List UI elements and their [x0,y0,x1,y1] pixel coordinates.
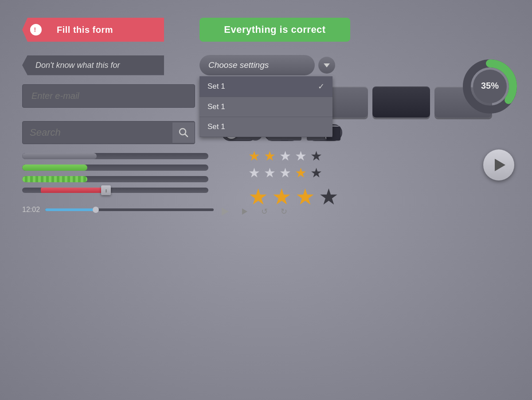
star-1-4[interactable]: ★ [295,149,307,163]
play-icon-sm [242,208,247,215]
stars-row-1: ★ ★ ★ ★ ★ [248,149,519,163]
donut-percent-label: 35% [481,81,499,90]
search-icon [179,128,188,137]
star-2-2[interactable]: ★ [264,166,276,180]
star-2-3[interactable]: ★ [279,166,291,180]
stars-area: ★ ★ ★ ★ ★ ★ ★ ★ ★ ★ ★ ★ ★ ★ [248,149,519,208]
dropdown-item-label-2: Set 1 [207,122,225,131]
dropdown-item-2[interactable]: Set 1 [200,117,332,137]
dropdown-item-1[interactable]: Set 1 [200,97,332,117]
play-icon [222,208,229,216]
star-1-3[interactable]: ★ [279,149,291,163]
star-1-5[interactable]: ★ [310,149,322,163]
star-2-4[interactable]: ★ [295,166,307,180]
dropdown-item-label-1: Set 1 [207,102,225,111]
video-time: 12:02 [22,206,40,214]
donut-chart: 35% [461,58,519,117]
sq-button-3[interactable] [372,86,430,118]
slider-range-fill [41,188,106,193]
slider-green-stripes-track[interactable] [22,176,208,182]
stars-row-2: ★ ★ ★ ★ ★ [248,166,519,180]
star-2-1[interactable]: ★ [248,166,260,180]
stars-row-3: ★ ★ ★ ★ [248,186,519,208]
video-thumb[interactable] [93,207,99,213]
star-2-5[interactable]: ★ [310,166,322,180]
search-box [22,121,195,144]
star-1-1[interactable]: ★ [248,149,260,163]
slider-thumb[interactable] [101,185,111,195]
dropdown-item-label-0: Set 1 [207,82,225,91]
dont-know-label: Don't know what this for [22,55,164,75]
dropdown-arrow-icon[interactable] [318,57,335,74]
dropdown-button[interactable]: Choose settings [200,55,315,75]
fill-form-button[interactable]: Fill this form [22,18,164,42]
slider-gray-track[interactable] [22,153,208,159]
dropdown-item-0[interactable]: Set 1 ✓ [200,76,332,97]
slider-gray-fill [22,153,97,159]
dropdown-list: Set 1 ✓ Set 1 Set 1 [200,76,332,137]
slider-range-track[interactable] [22,188,208,193]
play-circle-icon [495,159,505,171]
correct-button[interactable]: Everything is correct [200,18,350,42]
fill-form-label: Fill this form [57,25,113,35]
dropdown-label: Choose settings [208,60,269,70]
star-3-4[interactable]: ★ [319,186,339,208]
choose-settings-dropdown[interactable]: Choose settings [200,55,335,75]
star-3-1[interactable]: ★ [248,186,268,208]
svg-line-1 [185,134,188,137]
slider-green-track[interactable] [22,165,208,171]
star-3-3[interactable]: ★ [295,186,315,208]
checkmark-icon-0: ✓ [318,82,325,91]
slider-green-stripes-fill [22,176,87,182]
email-input[interactable] [22,84,195,108]
star-3-2[interactable]: ★ [272,186,292,208]
video-track[interactable] [45,208,214,211]
play-circle-button[interactable] [483,149,514,180]
search-input[interactable] [23,122,172,144]
slider-green-fill [22,165,87,171]
video-fill [45,208,96,211]
alert-icon [30,25,40,35]
play-button[interactable] [219,205,231,218]
star-1-2[interactable]: ★ [264,149,276,163]
search-button[interactable] [172,122,195,143]
